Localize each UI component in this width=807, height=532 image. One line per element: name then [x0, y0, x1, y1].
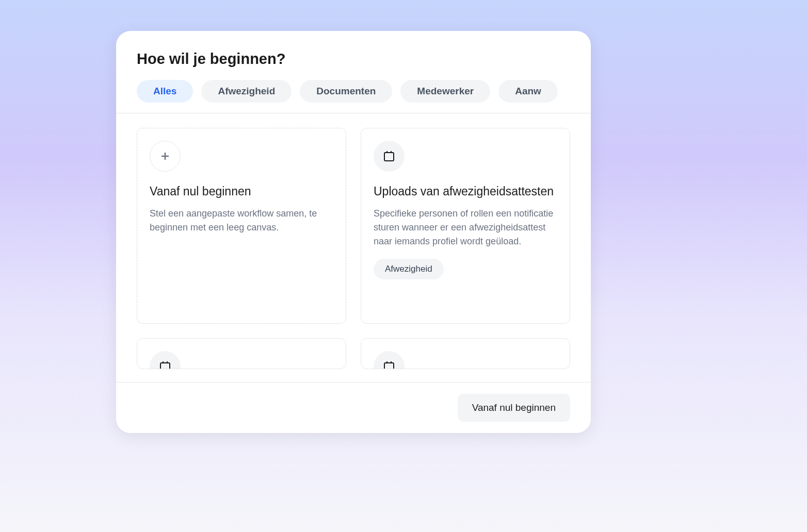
calendar-icon [150, 351, 181, 369]
tab-alles[interactable]: Alles [137, 80, 193, 103]
card-tag: Afwezigheid [374, 259, 444, 279]
tab-aanwezigheid[interactable]: Aanw [498, 80, 558, 103]
calendar-icon [374, 141, 405, 172]
card-absence-uploads[interactable]: Uploads van afwezigheidsattesten Specifi… [361, 128, 570, 324]
card-title: Vanaf nul beginnen [150, 184, 333, 200]
tab-documenten[interactable]: Documenten [300, 80, 392, 103]
card-start-from-scratch[interactable]: Vanaf nul beginnen Stel een aangepaste w… [137, 128, 346, 324]
modal-header: Hoe wil je beginnen? [116, 31, 591, 68]
card-description: Stel een aangepaste workflow samen, te b… [150, 207, 333, 235]
modal-title: Hoe wil je beginnen? [137, 51, 570, 68]
start-from-scratch-button[interactable]: Vanaf nul beginnen [458, 394, 570, 422]
svg-rect-8 [384, 363, 394, 369]
tab-afwezigheid[interactable]: Afwezigheid [201, 80, 292, 103]
tab-medewerker[interactable]: Medewerker [400, 80, 490, 103]
plus-icon [150, 141, 181, 172]
card-title: Uploads van afwezigheidsattesten [374, 184, 557, 200]
svg-rect-2 [384, 153, 394, 161]
card-partial-right[interactable] [361, 338, 570, 369]
workflow-start-modal: Hoe wil je beginnen? Alles Afwezigheid D… [116, 31, 591, 433]
tabs-row: Alles Afwezigheid Documenten Medewerker … [116, 80, 591, 113]
modal-footer: Vanaf nul beginnen [116, 382, 591, 433]
calendar-icon [374, 351, 405, 369]
cards-grid: Vanaf nul beginnen Stel een aangepaste w… [116, 113, 591, 338]
card-description: Specifieke personen of rollen een notifi… [374, 207, 557, 248]
partial-cards-row [116, 338, 591, 369]
svg-rect-5 [160, 363, 170, 369]
card-partial-left[interactable] [137, 338, 346, 369]
